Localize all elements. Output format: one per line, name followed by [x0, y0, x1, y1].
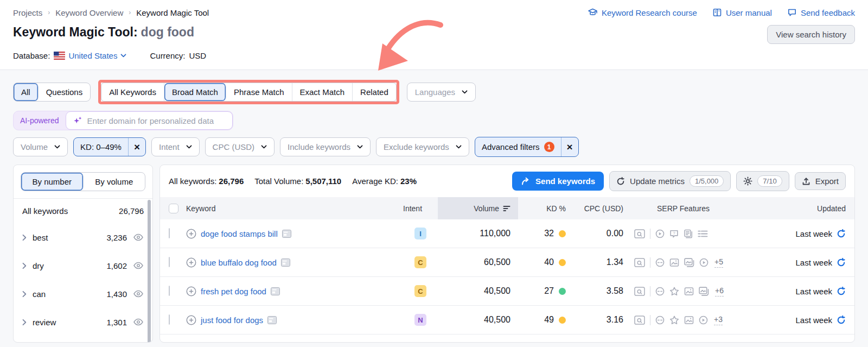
link-icon[interactable]: [655, 316, 665, 325]
volume-filter[interactable]: Volume: [13, 137, 68, 156]
ai-powered-bar: AI-powered: [13, 111, 233, 130]
tab-related[interactable]: Related: [353, 83, 396, 101]
select-all-checkbox[interactable]: [169, 204, 178, 213]
tab-all-keywords[interactable]: All Keywords: [101, 83, 164, 101]
column-header-kd[interactable]: KD %: [518, 197, 570, 219]
languages-dropdown[interactable]: Languages: [407, 83, 476, 102]
list-icon[interactable]: [698, 230, 708, 238]
group-item-best[interactable]: best 3,236: [14, 223, 152, 251]
breadcrumb-keyword-overview[interactable]: Keyword Overview: [55, 8, 123, 17]
keyword-research-course-link[interactable]: Keyword Research course: [588, 8, 697, 17]
refresh-icon[interactable]: [837, 258, 846, 267]
breadcrumb-projects[interactable]: Projects: [13, 8, 42, 17]
exclude-keywords-filter[interactable]: Exclude keywords: [376, 137, 469, 156]
tab-questions[interactable]: Questions: [39, 83, 91, 101]
group-item-review[interactable]: review 1,301: [14, 308, 152, 336]
image-stack-icon[interactable]: [699, 287, 709, 296]
advanced-filters-clear-button[interactable]: ×: [561, 137, 578, 156]
play-circle-icon[interactable]: [699, 258, 709, 267]
add-keyword-icon[interactable]: [186, 257, 196, 268]
column-header-intent[interactable]: Intent: [403, 197, 438, 219]
keyword-link[interactable]: blue buffalo dog food: [201, 258, 277, 267]
gear-icon: [743, 176, 752, 186]
table-settings-button[interactable]: 7/10: [736, 171, 789, 191]
row-checkbox[interactable]: [169, 314, 170, 325]
send-feedback-link[interactable]: Send feedback: [787, 8, 855, 17]
serp-features: [655, 258, 709, 267]
export-button[interactable]: Export: [795, 172, 846, 190]
cpc-value: 0.00: [570, 229, 634, 238]
keyword-link[interactable]: fresh pet dog food: [201, 287, 266, 296]
serp-more-link[interactable]: +5: [714, 257, 723, 268]
updated-value: Last week: [795, 258, 832, 267]
kd-dot: [559, 317, 566, 324]
advanced-filters-active[interactable]: Advanced filters 1 ×: [475, 137, 579, 157]
refresh-icon[interactable]: [837, 229, 846, 238]
cpc-filter[interactable]: CPC (USD): [205, 137, 275, 156]
add-keyword-icon[interactable]: [186, 315, 196, 325]
link-icon[interactable]: [655, 258, 665, 267]
play-circle-icon[interactable]: [655, 229, 665, 238]
image-icon[interactable]: [669, 258, 679, 267]
row-checkbox[interactable]: [169, 286, 170, 296]
tab-exact-match[interactable]: Exact Match: [292, 83, 353, 101]
serp-preview-icon[interactable]: [634, 258, 645, 267]
column-header-cpc[interactable]: CPC (USD): [570, 197, 634, 219]
serp-preview-icon[interactable]: [634, 316, 645, 325]
eye-icon[interactable]: [133, 318, 144, 326]
user-manual-link[interactable]: User manual: [712, 8, 772, 17]
image-stack-icon[interactable]: [684, 258, 694, 267]
comment-question-icon[interactable]: ?: [669, 229, 679, 238]
eye-icon[interactable]: [133, 290, 144, 298]
serp-more-link[interactable]: +3: [714, 315, 723, 325]
tab-all[interactable]: All: [14, 83, 39, 101]
updated-value: Last week: [795, 287, 832, 296]
row-checkbox[interactable]: [169, 228, 170, 238]
column-header-serp-features[interactable]: SERP Features: [634, 197, 770, 219]
refresh-icon[interactable]: [837, 316, 846, 325]
image-icon[interactable]: [684, 287, 694, 295]
serp-preview-mini-icon[interactable]: [282, 230, 291, 238]
column-header-volume[interactable]: Volume: [438, 197, 518, 219]
add-keyword-icon[interactable]: [186, 229, 196, 239]
serp-preview-mini-icon[interactable]: [267, 316, 277, 324]
breadcrumb-separator-icon: ›: [48, 9, 50, 16]
keyword-link[interactable]: just food for dogs: [201, 316, 263, 325]
group-item-dry[interactable]: dry 1,602: [14, 251, 152, 280]
view-search-history-button[interactable]: View search history: [767, 25, 855, 44]
intent-filter[interactable]: Intent: [151, 137, 200, 156]
link-icon[interactable]: [655, 287, 665, 296]
eye-icon[interactable]: [133, 262, 144, 269]
serp-preview-mini-icon[interactable]: [281, 258, 290, 267]
send-keywords-button[interactable]: Send keywords: [512, 172, 604, 191]
serp-preview-icon[interactable]: [634, 229, 645, 238]
serp-more-link[interactable]: +6: [715, 286, 724, 296]
row-checkbox[interactable]: [169, 257, 170, 267]
sidebar-scrollbar[interactable]: [148, 200, 151, 343]
play-circle-icon[interactable]: [699, 316, 708, 325]
tab-broad-match[interactable]: Broad Match: [164, 83, 226, 101]
update-metrics-button[interactable]: Update metrics 1/5,000: [609, 171, 731, 191]
database-selector[interactable]: United States: [54, 51, 126, 60]
serp-preview-icon[interactable]: [634, 287, 645, 296]
domain-input[interactable]: [87, 116, 226, 125]
keyword-link[interactable]: doge food stamps bill: [201, 229, 278, 238]
kd-filter-clear-button[interactable]: ×: [128, 138, 145, 156]
group-item-can[interactable]: can 1,430: [14, 280, 152, 308]
tab-by-volume[interactable]: By volume: [84, 173, 145, 191]
tab-phrase-match[interactable]: Phrase Match: [226, 83, 292, 101]
all-keywords-row[interactable]: All keywords 26,796: [14, 198, 152, 223]
add-keyword-icon[interactable]: [186, 286, 196, 296]
image-icon[interactable]: [684, 316, 694, 324]
include-keywords-filter[interactable]: Include keywords: [280, 137, 371, 156]
star-icon[interactable]: [669, 287, 679, 296]
refresh-icon[interactable]: [837, 287, 846, 296]
tab-by-number[interactable]: By number: [21, 173, 84, 191]
eye-icon[interactable]: [133, 234, 144, 241]
column-header-updated[interactable]: Updated: [770, 197, 854, 219]
kd-filter-active[interactable]: KD: 0–49% ×: [73, 137, 146, 156]
copy-doc-icon[interactable]: [684, 229, 693, 238]
column-header-keyword[interactable]: Keyword: [186, 197, 403, 219]
star-icon[interactable]: [669, 316, 679, 325]
serp-preview-mini-icon[interactable]: [271, 287, 280, 295]
